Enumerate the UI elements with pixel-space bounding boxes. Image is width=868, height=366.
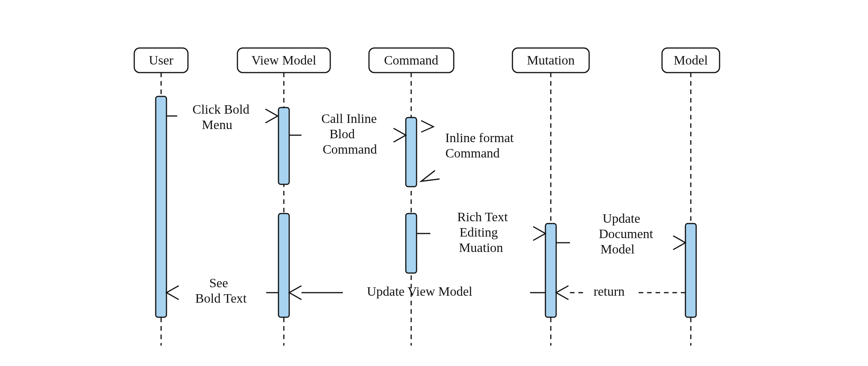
- svg-text:Menu: Menu: [202, 118, 232, 132]
- svg-text:Blod: Blod: [329, 127, 355, 141]
- message-inline-format-command: Inline format Command: [421, 121, 514, 181]
- svg-text:Call Inline: Call Inline: [321, 111, 377, 126]
- svg-text:Update: Update: [603, 211, 640, 225]
- message-update-view-model: Update View Model: [289, 284, 545, 300]
- svg-text:Muation: Muation: [459, 240, 503, 255]
- participant-user-label: User: [149, 53, 174, 67]
- svg-text:Inline format: Inline format: [445, 131, 514, 145]
- activation-command-1: [406, 118, 417, 187]
- participant-command-label: Command: [384, 53, 438, 67]
- activation-view-model-1: [278, 108, 289, 184]
- message-call-inline-bold-command: Call Inline Blod Command: [289, 111, 406, 156]
- svg-text:Document: Document: [599, 227, 653, 241]
- participant-command: Command: [369, 48, 454, 346]
- activation-mutation: [545, 224, 556, 317]
- participant-model-label: Model: [674, 53, 708, 67]
- sequence-diagram: User View Model Command Mutation Model: [0, 0, 868, 366]
- svg-text:Model: Model: [601, 242, 635, 256]
- svg-text:Bold Text: Bold Text: [195, 291, 247, 305]
- message-see-bold-text: See Bold Text: [166, 276, 278, 305]
- svg-text:See: See: [209, 276, 228, 290]
- message-click-bold-menu: Click Bold Menu: [166, 102, 278, 132]
- svg-text:Click Bold: Click Bold: [193, 102, 249, 116]
- activation-model: [685, 224, 696, 317]
- svg-text:Update View Model: Update View Model: [367, 284, 473, 298]
- activation-command-2: [406, 214, 417, 273]
- svg-text:Command: Command: [323, 142, 377, 156]
- svg-text:Command: Command: [445, 146, 500, 160]
- svg-text:Rich Text: Rich Text: [457, 210, 508, 224]
- svg-text:Editing: Editing: [460, 225, 498, 239]
- participant-view-model-label: View Model: [252, 53, 316, 67]
- message-update-document-model: Update Document Model: [556, 211, 685, 256]
- message-rich-text-editing-mutation: Rich Text Editing Muation: [417, 210, 545, 255]
- activation-view-model-2: [278, 214, 289, 317]
- activation-user: [156, 96, 166, 317]
- svg-text:return: return: [593, 284, 624, 298]
- participant-mutation-label: Mutation: [527, 53, 575, 67]
- message-return: return: [556, 284, 685, 300]
